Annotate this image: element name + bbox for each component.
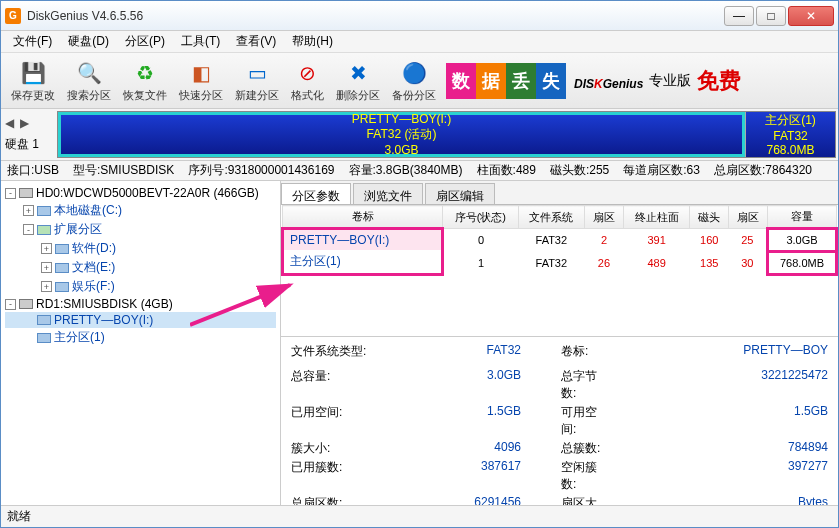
partition-icon bbox=[37, 206, 51, 216]
col-capacity[interactable]: 容量 bbox=[767, 206, 836, 229]
tab-browse-files[interactable]: 浏览文件 bbox=[353, 183, 423, 204]
brand-block: 据 bbox=[476, 63, 506, 99]
disk-nav: ◀▶ 硬盘 1 bbox=[3, 111, 57, 158]
menu-disk[interactable]: 硬盘(D) bbox=[60, 31, 117, 52]
partition-map-1[interactable]: PRETTY—BOY(I:) FAT32 (活动) 3.0GB bbox=[58, 112, 745, 157]
partition-details: 文件系统类型:FAT32卷标:PRETTY—BOY 总容量:3.0GB总字节数:… bbox=[281, 337, 838, 505]
col-head[interactable]: 磁头 bbox=[690, 206, 729, 229]
partition-table[interactable]: 卷标 序号(状态) 文件系统 扇区 终止柱面 磁头 扇区 容量 PRETTY—B… bbox=[281, 205, 838, 276]
collapse-icon[interactable]: - bbox=[5, 188, 16, 199]
col-sect[interactable]: 扇区 bbox=[729, 206, 768, 229]
col-volume[interactable]: 卷标 bbox=[283, 206, 443, 229]
prev-icon[interactable]: ◀ bbox=[5, 116, 14, 130]
status-text: 就绪 bbox=[7, 508, 31, 525]
main-area: -HD0:WDCWD5000BEVT-22A0R (466GB) +本地磁盘(C… bbox=[1, 181, 838, 505]
tab-partition-params[interactable]: 分区参数 bbox=[281, 183, 351, 204]
backup-button[interactable]: 🔵备份分区 bbox=[386, 56, 442, 105]
delete-button[interactable]: ✖删除分区 bbox=[330, 56, 386, 105]
info-heads: 磁头数:255 bbox=[550, 162, 609, 179]
col-fs[interactable]: 文件系统 bbox=[518, 206, 584, 229]
disk-label: 硬盘 1 bbox=[5, 136, 39, 153]
info-cylinders: 柱面数:489 bbox=[477, 162, 536, 179]
expand-icon[interactable]: + bbox=[41, 281, 52, 292]
partition-icon bbox=[37, 333, 51, 343]
disk-icon bbox=[19, 188, 33, 198]
col-sector[interactable]: 扇区 bbox=[585, 206, 624, 229]
brand-block: 失 bbox=[536, 63, 566, 99]
partition-map-2[interactable]: 主分区(1) FAT32 768.0MB bbox=[745, 112, 835, 157]
close-button[interactable]: ✕ bbox=[788, 6, 834, 26]
tree-doc-e[interactable]: +文档(E:) bbox=[5, 258, 276, 277]
disk-tree[interactable]: -HD0:WDCWD5000BEVT-22A0R (466GB) +本地磁盘(C… bbox=[1, 181, 281, 505]
search-button[interactable]: 🔍搜索分区 bbox=[61, 56, 117, 105]
partition-icon bbox=[55, 282, 69, 292]
brand-block: 丢 bbox=[506, 63, 536, 99]
disk-icon bbox=[19, 299, 33, 309]
disk-bar: ◀▶ 硬盘 1 PRETTY—BOY(I:) FAT32 (活动) 3.0GB … bbox=[1, 109, 838, 161]
brand-block: 数 bbox=[446, 63, 476, 99]
brand-pro: 专业版 bbox=[649, 72, 691, 90]
partition-icon bbox=[55, 263, 69, 273]
tree-local-c[interactable]: +本地磁盘(C:) bbox=[5, 201, 276, 220]
brand-logo: DISKGenius bbox=[574, 68, 643, 94]
tree-soft-d[interactable]: +软件(D:) bbox=[5, 239, 276, 258]
menu-view[interactable]: 查看(V) bbox=[228, 31, 284, 52]
tree-hd0[interactable]: -HD0:WDCWD5000BEVT-22A0R (466GB) bbox=[5, 185, 276, 201]
disk-info-bar: 接口:USB 型号:SMIUSBDISK 序列号:931800000143616… bbox=[1, 161, 838, 181]
brand: 数 据 丢 失 DISKGenius 专业版 免费 bbox=[442, 63, 834, 99]
menu-partition[interactable]: 分区(P) bbox=[117, 31, 173, 52]
info-model: 型号:SMIUSBDISK bbox=[73, 162, 174, 179]
format-button[interactable]: ⊘格式化 bbox=[285, 56, 330, 105]
toolbar: 💾保存更改 🔍搜索分区 ♻恢复文件 ◧快速分区 ▭新建分区 ⊘格式化 ✖删除分区… bbox=[1, 53, 838, 109]
info-iface: 接口:USB bbox=[7, 162, 59, 179]
maximize-button[interactable]: □ bbox=[756, 6, 786, 26]
info-serial: 序列号:9318000001436169 bbox=[188, 162, 334, 179]
info-capacity: 容量:3.8GB(3840MB) bbox=[349, 162, 463, 179]
menu-tools[interactable]: 工具(T) bbox=[173, 31, 228, 52]
collapse-icon[interactable]: - bbox=[5, 299, 16, 310]
expand-icon[interactable]: + bbox=[41, 243, 52, 254]
titlebar: G DiskGenius V4.6.5.56 — □ ✕ bbox=[1, 1, 838, 31]
save-button[interactable]: 💾保存更改 bbox=[5, 56, 61, 105]
menubar: 文件(F) 硬盘(D) 分区(P) 工具(T) 查看(V) 帮助(H) bbox=[1, 31, 838, 53]
disk-map[interactable]: PRETTY—BOY(I:) FAT32 (活动) 3.0GB 主分区(1) F… bbox=[57, 111, 836, 158]
collapse-icon[interactable]: - bbox=[23, 224, 34, 235]
app-icon: G bbox=[5, 8, 21, 24]
expand-icon[interactable]: + bbox=[41, 262, 52, 273]
window-title: DiskGenius V4.6.5.56 bbox=[27, 9, 722, 23]
tree-extended[interactable]: -扩展分区 bbox=[5, 220, 276, 239]
tree-rd1[interactable]: -RD1:SMIUSBDISK (4GB) bbox=[5, 296, 276, 312]
brand-free: 免费 bbox=[697, 66, 741, 96]
status-bar: 就绪 bbox=[1, 505, 838, 527]
info-total-sectors: 总扇区数:7864320 bbox=[714, 162, 812, 179]
tab-sector-edit[interactable]: 扇区编辑 bbox=[425, 183, 495, 204]
minimize-button[interactable]: — bbox=[724, 6, 754, 26]
recover-button[interactable]: ♻恢复文件 bbox=[117, 56, 173, 105]
expand-icon[interactable]: + bbox=[23, 205, 34, 216]
menu-help[interactable]: 帮助(H) bbox=[284, 31, 341, 52]
col-seq[interactable]: 序号(状态) bbox=[443, 206, 519, 229]
tree-ent-f[interactable]: +娱乐(F:) bbox=[5, 277, 276, 296]
next-icon[interactable]: ▶ bbox=[20, 116, 29, 130]
col-endcyl[interactable]: 终止柱面 bbox=[623, 206, 689, 229]
partition-icon bbox=[55, 244, 69, 254]
partition-icon bbox=[37, 225, 51, 235]
quick-button[interactable]: ◧快速分区 bbox=[173, 56, 229, 105]
info-spt: 每道扇区数:63 bbox=[623, 162, 700, 179]
partition-icon bbox=[37, 315, 51, 325]
tree-primary-1[interactable]: 主分区(1) bbox=[5, 328, 276, 347]
tree-pretty-boy[interactable]: PRETTY—BOY(I:) bbox=[5, 312, 276, 328]
tabs: 分区参数 浏览文件 扇区编辑 bbox=[281, 181, 838, 205]
menu-file[interactable]: 文件(F) bbox=[5, 31, 60, 52]
table-row[interactable]: PRETTY—BOY(I:) 主分区(1) 0FAT322391160253.0… bbox=[283, 229, 837, 252]
new-button[interactable]: ▭新建分区 bbox=[229, 56, 285, 105]
right-panel: 分区参数 浏览文件 扇区编辑 卷标 序号(状态) 文件系统 扇区 终止柱面 磁头… bbox=[281, 181, 838, 505]
